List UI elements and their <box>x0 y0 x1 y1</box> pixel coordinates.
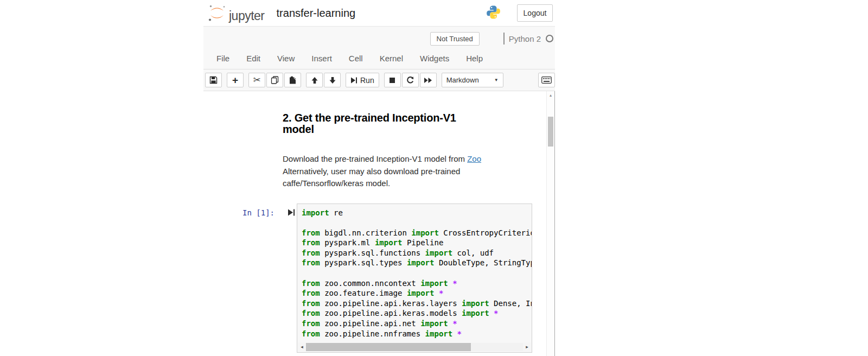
clipboard-group: ✂ <box>248 73 301 87</box>
paragraph-text-1: Download the pre-trained Inception-V1 mo… <box>283 154 467 163</box>
code-lines[interactable]: import re from bigdl.nn.criterion import… <box>297 204 532 341</box>
restart-kernel-button[interactable] <box>402 73 419 87</box>
kernel-separator <box>503 33 505 44</box>
menu-file[interactable]: File <box>216 54 229 63</box>
insert-group: + <box>227 73 244 87</box>
code-cell-prompt-area: In [1]: <box>203 204 297 353</box>
toolbar: + ✂ <box>203 69 555 91</box>
scroll-left-icon[interactable]: ◂ <box>298 344 306 349</box>
markdown-heading: 2. Get the pre-trained Inception-V1 mode… <box>283 112 554 135</box>
markdown-paragraph: Download the pre-trained Inception-V1 mo… <box>283 153 516 190</box>
restart-icon <box>406 76 414 84</box>
save-button[interactable] <box>205 73 222 87</box>
menu-edit[interactable]: Edit <box>246 54 260 63</box>
scroll-up-icon[interactable]: ▴ <box>547 91 554 98</box>
run-button-label: Run <box>360 76 374 85</box>
run-icon <box>350 77 358 84</box>
menubar: File Edit View Insert Cell Kernel Widget… <box>203 47 555 69</box>
kernel-indicator-group: Python 2 <box>503 33 553 44</box>
paragraph-text-3: caffe/Tensorflow/keras model. <box>283 179 390 188</box>
menu-widgets[interactable]: Widgets <box>420 54 449 63</box>
jupyter-wordmark: jupyter <box>229 9 265 23</box>
trust-row: Not Trusted Python 2 <box>203 27 555 47</box>
interrupt-kernel-button[interactable] <box>384 73 401 87</box>
stop-icon <box>389 77 395 84</box>
menu-cell[interactable]: Cell <box>349 54 363 63</box>
restart-run-all-button[interactable] <box>420 73 437 87</box>
add-cell-button[interactable]: + <box>227 73 244 87</box>
arrow-up-icon <box>311 77 318 84</box>
jupyter-logo[interactable]: jupyter <box>206 4 265 22</box>
menu-insert[interactable]: Insert <box>311 54 332 63</box>
python-logo-icon <box>486 5 501 22</box>
cell-type-selected: Markdown <box>446 76 494 84</box>
notebook-vertical-scrollbar[interactable]: ▴ <box>546 91 554 356</box>
menu-view[interactable]: View <box>277 54 295 63</box>
move-group <box>306 73 341 87</box>
notebook-title[interactable]: transfer-learning <box>277 7 356 20</box>
fast-forward-icon <box>424 77 432 84</box>
input-prompt: In [1]: <box>242 208 275 217</box>
horizontal-scroll-track[interactable] <box>306 343 523 351</box>
kernel-name: Python 2 <box>509 34 541 43</box>
command-palette-button[interactable] <box>538 73 555 87</box>
markdown-cell[interactable]: 2. Get the pre-trained Inception-V1 mode… <box>203 91 554 190</box>
cell-type-dropdown[interactable]: Markdown ▼ <box>442 73 503 87</box>
kernel-idle-icon <box>546 35 553 42</box>
scissors-icon: ✂ <box>253 75 260 85</box>
arrow-down-icon <box>329 77 336 84</box>
notebook-container: 2. Get the pre-trained Inception-V1 mode… <box>203 91 555 356</box>
code-horizontal-scrollbar[interactable]: ◂ ▸ <box>298 342 531 352</box>
code-editor[interactable]: import re from bigdl.nn.criterion import… <box>297 204 532 353</box>
move-cell-down-button[interactable] <box>324 73 341 87</box>
kernel-ops-group <box>384 73 437 87</box>
copy-icon <box>271 76 279 84</box>
cut-button[interactable]: ✂ <box>248 73 265 87</box>
move-cell-up-button[interactable] <box>306 73 323 87</box>
save-icon <box>209 76 218 84</box>
chevron-down-icon: ▼ <box>494 78 499 82</box>
menu-kernel[interactable]: Kernel <box>380 54 403 63</box>
paste-button[interactable] <box>284 73 301 87</box>
run-button[interactable]: Run <box>346 73 379 87</box>
run-group: Run <box>346 73 379 87</box>
run-cell-icon[interactable] <box>288 208 295 219</box>
menu-help[interactable]: Help <box>466 54 483 63</box>
save-group <box>205 73 222 87</box>
jupyter-logo-icon <box>206 4 228 22</box>
horizontal-scroll-thumb[interactable] <box>306 343 471 351</box>
paragraph-text-2: Alternatively, user may also download pr… <box>283 167 460 176</box>
vertical-scroll-thumb[interactable] <box>548 117 553 147</box>
logout-button[interactable]: Logout <box>517 4 553 22</box>
plus-icon: + <box>232 75 238 85</box>
header: jupyter transfer-learning Logout <box>203 0 555 26</box>
code-cell[interactable]: In [1]: import re from bigdl.nn.criterio… <box>203 204 554 353</box>
menu-toolbar-band: Not Trusted Python 2 File Edit View Inse… <box>203 26 555 91</box>
scroll-right-icon[interactable]: ▸ <box>523 344 531 349</box>
copy-button[interactable] <box>266 73 283 87</box>
paste-icon <box>289 76 297 84</box>
heading-line-2: model <box>283 123 314 135</box>
not-trusted-button[interactable]: Not Trusted <box>430 32 480 46</box>
jupyter-app: jupyter transfer-learning Logout Not Tru… <box>203 0 555 356</box>
heading-line-1: 2. Get the pre-trained Inception-V1 <box>283 112 456 124</box>
keyboard-icon <box>541 77 552 84</box>
zoo-link[interactable]: Zoo <box>467 154 481 163</box>
